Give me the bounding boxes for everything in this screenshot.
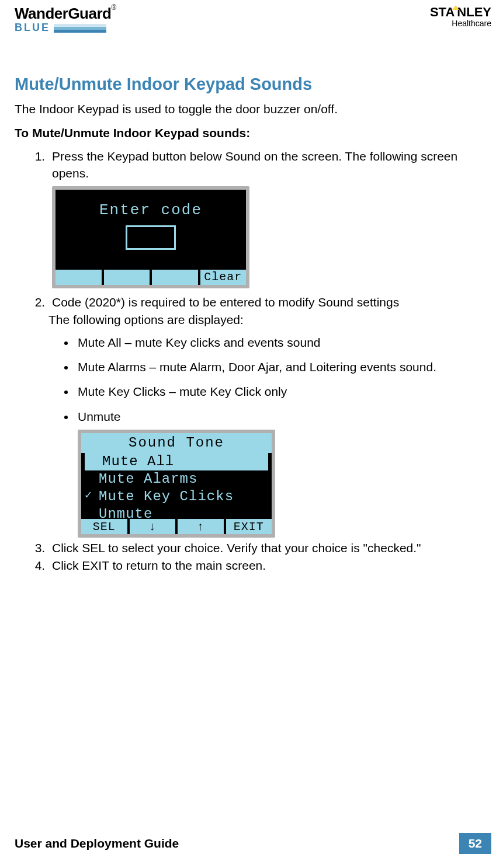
- logo-text: WanderGuard: [15, 5, 111, 23]
- lcd1-softkey-1: [55, 270, 102, 285]
- lcd-screen-sound-tone: Sound Tone Mute All Mute Alarms Mute Key…: [78, 430, 275, 538]
- lcd2-item-mute-alarms: Mute Alarms: [81, 470, 272, 488]
- stanley-logo: STANLEY Healthcare: [430, 5, 491, 28]
- brand-subtext: Healthcare: [430, 19, 491, 28]
- section-title: Mute/Unmute Indoor Keypad Sounds: [15, 75, 491, 94]
- page-footer: User and Deployment Guide 52: [15, 833, 491, 854]
- lcd2-softkey-down: ↓: [127, 519, 176, 534]
- page-header: WanderGuard® BLUE STANLEY Healthcare: [15, 5, 491, 34]
- step-2-text-a: Code (2020*) is required to be entered t…: [52, 295, 399, 309]
- lcd2-title: Sound Tone: [81, 433, 272, 453]
- page-number-badge: 52: [459, 833, 491, 854]
- brand-text: STANLEY: [430, 5, 491, 20]
- lcd1-softkey-2: [102, 270, 150, 285]
- lcd2-softkey-up: ↑: [175, 519, 224, 534]
- step-1: Press the Keypad button below Sound on t…: [48, 148, 491, 288]
- procedure-heading: To Mute/Unmute Indoor Keypad sounds:: [15, 126, 491, 140]
- logo-bars-icon: [54, 24, 106, 33]
- options-list: Mute All – mute Key clicks and events so…: [52, 334, 491, 538]
- option-unmute: Unmute Sound Tone Mute All Mute Alarms M…: [75, 409, 491, 538]
- lcd2-softkey-sel: SEL: [81, 519, 127, 534]
- step-4: Click EXIT to return to the main screen.: [48, 557, 491, 574]
- steps-list: Press the Keypad button below Sound on t…: [15, 148, 491, 574]
- option-mute-key-clicks: Mute Key Clicks – mute Key Click only: [75, 384, 491, 400]
- step-2: Code (2020*) is required to be entered t…: [48, 294, 491, 538]
- notch-icon: [452, 5, 459, 10]
- step-3: Click SEL to select your choice. Verify …: [48, 540, 491, 556]
- lcd2-softkey-exit: EXIT: [224, 519, 272, 534]
- footer-title: User and Deployment Guide: [15, 836, 179, 850]
- lcd1-softkeys: Clear: [55, 270, 246, 285]
- lcd1-softkey-clear: Clear: [198, 270, 247, 285]
- lcd2-item-mute-all: Mute All: [85, 453, 268, 470]
- lcd2-item-mute-key-clicks: Mute Key Clicks: [81, 488, 272, 506]
- step-2-text-b: The following options are displayed:: [48, 312, 491, 328]
- lcd1-code-input: [126, 225, 176, 250]
- step-1-text: Press the Keypad button below Sound on t…: [52, 149, 457, 179]
- intro-text: The Indoor Keypad is used to toggle the …: [15, 101, 491, 117]
- lcd2-softkeys: SEL ↓ ↑ EXIT: [81, 519, 272, 534]
- lcd-screen-enter-code: Enter code Clear: [52, 186, 249, 288]
- option-mute-all: Mute All – mute Key clicks and events so…: [75, 334, 491, 351]
- option-unmute-text: Unmute: [78, 410, 121, 423]
- registered-icon: ®: [111, 4, 116, 12]
- wanderguard-logo: WanderGuard® BLUE: [15, 5, 116, 34]
- lcd2-menu: Mute All Mute Alarms Mute Key Clicks Unm…: [81, 453, 272, 523]
- lcd1-title: Enter code: [55, 190, 246, 221]
- logo-subtext: BLUE: [15, 22, 50, 34]
- lcd1-softkey-3: [150, 270, 198, 285]
- option-mute-alarms: Mute Alarms – mute Alarm, Door Ajar, and…: [75, 359, 491, 375]
